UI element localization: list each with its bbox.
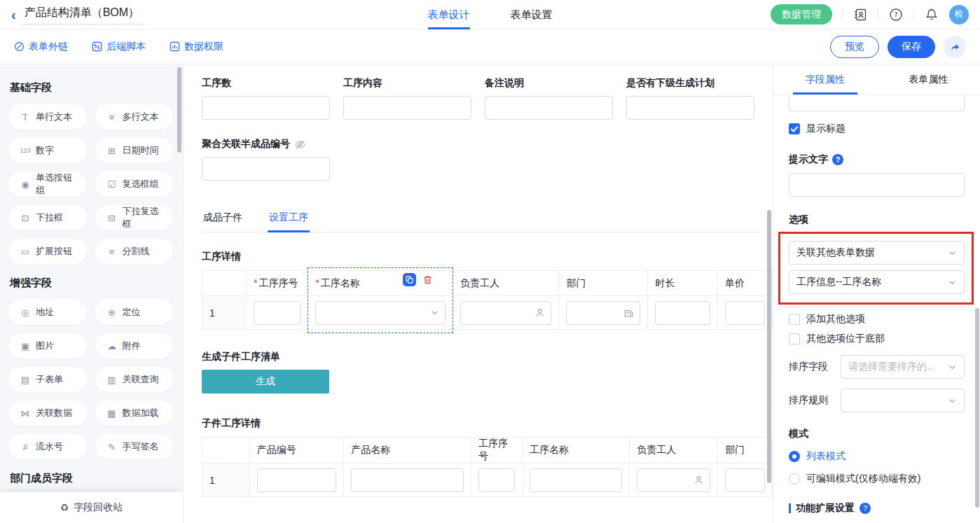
data-manage-button[interactable]: 数据管理	[771, 4, 832, 25]
field-remark[interactable]: 备注说明	[485, 77, 613, 120]
share-button[interactable]	[944, 36, 966, 58]
tab-form-properties[interactable]: 表单属性	[877, 64, 980, 95]
tab-form-settings[interactable]: 表单设置	[511, 0, 553, 29]
col-department[interactable]: 部门	[559, 271, 648, 296]
sort-rule-select[interactable]	[841, 389, 965, 412]
bell-icon[interactable]	[924, 7, 939, 22]
sort-field-select[interactable]: 请选择需要排序的...	[841, 355, 965, 379]
col-department[interactable]: 部门	[718, 438, 773, 463]
data-permission-link[interactable]: 数据权限	[170, 41, 223, 53]
tab-finished-parts[interactable]: 成品子件	[202, 209, 244, 232]
divider	[878, 9, 878, 20]
delete-field-button[interactable]	[421, 273, 434, 286]
contact-book-icon[interactable]	[853, 7, 868, 22]
mode-list-radio[interactable]: 列表模式	[789, 450, 965, 463]
calendar-icon: ⊞	[105, 146, 119, 156]
backend-script-link[interactable]: 后端脚本	[92, 41, 146, 53]
col-duration[interactable]: 时长	[648, 271, 718, 296]
column-label: 部门	[566, 277, 586, 288]
field-type-multi-line-text[interactable]: ≡多行文本	[95, 104, 174, 130]
copy-field-button[interactable]	[403, 273, 416, 286]
process-name-select[interactable]	[315, 301, 445, 325]
process-name-input[interactable]	[530, 468, 622, 492]
field-type-extend-button[interactable]: ▭扩展按钮	[8, 239, 87, 264]
col-worker[interactable]: 负责工人	[453, 271, 559, 296]
field-input[interactable]	[343, 96, 471, 120]
permission-icon	[170, 41, 180, 52]
col-worker[interactable]: 负责工人	[630, 438, 718, 463]
generate-button[interactable]: 生成	[202, 370, 329, 393]
panel-scrollbar[interactable]	[975, 308, 979, 508]
field-type-dropdown[interactable]: ⊡下拉框	[8, 205, 87, 230]
col-process-no[interactable]: 工序序号	[471, 438, 522, 463]
col-process-name[interactable]: *工序名称	[308, 271, 453, 296]
option-field-select[interactable]: 工序信息--工序名称	[789, 270, 965, 294]
worker-picker[interactable]	[637, 468, 710, 492]
canvas-scrollbar[interactable]	[767, 210, 771, 483]
product-name-input[interactable]	[351, 468, 464, 492]
field-type-checkbox-group[interactable]: ☑复选框组	[95, 172, 174, 197]
other-option-bottom-checkbox[interactable]: 其他选项位于底部	[789, 333, 965, 345]
form-title[interactable]: 产品结构清单（BOM）	[23, 4, 142, 25]
field-type-linked-query[interactable]: ▥关联查询	[95, 367, 174, 392]
tab-form-design[interactable]: 表单设计	[428, 0, 470, 29]
worker-picker[interactable]	[460, 301, 552, 325]
field-input[interactable]	[202, 157, 330, 181]
product-code-input[interactable]	[257, 468, 336, 492]
unit-price-input[interactable]	[725, 301, 765, 325]
col-process-name[interactable]: 工序名称	[522, 438, 629, 463]
col-unit-price[interactable]: 单价	[718, 271, 773, 296]
field-input[interactable]	[626, 96, 754, 120]
field-type-subform[interactable]: ▤子表单	[8, 367, 87, 392]
process-no-input[interactable]	[478, 468, 515, 492]
preview-button[interactable]: 预览	[830, 36, 879, 58]
field-type-divider[interactable]: ≡分割线	[95, 239, 174, 264]
field-type-location[interactable]: ⊕定位	[95, 300, 174, 325]
tab-field-properties[interactable]: 字段属性	[773, 64, 877, 95]
sidebar-scrollbar[interactable]	[177, 67, 181, 153]
option-source-select[interactable]: 关联其他表单数据	[789, 241, 965, 265]
field-type-radio-group[interactable]: ◉单选按钮组	[8, 172, 87, 197]
hint-text-input[interactable]	[789, 173, 965, 197]
mode-editable-radio[interactable]: 可编辑模式(仅移动端有效)	[789, 473, 965, 485]
back-icon[interactable]: ‹	[11, 8, 16, 22]
field-type-image[interactable]: ▣图片	[8, 333, 87, 358]
field-type-serial-number[interactable]: #流水号	[8, 434, 87, 459]
field-type-multi-dropdown[interactable]: ⊟下拉复选框	[95, 205, 174, 230]
save-button[interactable]: 保存	[888, 36, 935, 58]
department-picker[interactable]	[725, 468, 765, 492]
tab-set-process[interactable]: 设置工序	[268, 209, 310, 232]
col-product-code[interactable]: 产品编号	[249, 438, 343, 463]
add-other-option-checkbox[interactable]: 添加其他选项	[789, 313, 965, 326]
duration-input[interactable]	[655, 301, 710, 325]
hint-help-icon[interactable]: ?	[832, 154, 843, 165]
field-type-number[interactable]: 123数字	[8, 138, 87, 163]
label-text: 模式	[789, 428, 808, 440]
field-type-attachment[interactable]: ☁附件	[95, 333, 174, 358]
hint-text-label: 提示文字 ?	[789, 153, 965, 166]
field-input[interactable]	[485, 96, 613, 120]
field-input[interactable]	[202, 96, 330, 120]
field-type-signature[interactable]: ✎手写签名	[95, 434, 174, 459]
field-has-sub-plan[interactable]: 是否有下级生成计划	[626, 77, 754, 120]
field-process-count[interactable]: 工序数	[202, 77, 330, 120]
show-title-checkbox[interactable]: 显示标题	[789, 123, 965, 135]
field-type-data-load[interactable]: ▦数据加载	[95, 400, 174, 426]
field-recycle-bin[interactable]: ♻ 字段回收站	[0, 492, 183, 523]
field-type-address[interactable]: ◎地址	[8, 300, 87, 325]
form-external-link[interactable]: 表单外链	[14, 41, 68, 53]
department-picker[interactable]	[566, 301, 640, 325]
extension-help-icon[interactable]: ?	[860, 503, 871, 514]
radio-selected-icon	[789, 451, 800, 462]
col-process-no[interactable]: *工序序号	[247, 271, 308, 296]
field-type-single-line-text[interactable]: T单行文本	[8, 104, 87, 130]
process-no-input[interactable]	[254, 301, 301, 325]
field-aggregate-code[interactable]: 聚合关联半成品编号	[202, 138, 330, 181]
field-process-content[interactable]: 工序内容	[343, 77, 471, 120]
col-product-name[interactable]: 产品名称	[344, 438, 471, 463]
field-title-input-clipped[interactable]	[789, 95, 965, 111]
user-avatar[interactable]: 检	[949, 5, 969, 25]
field-type-linked-data[interactable]: ⋈关联数据	[8, 400, 87, 426]
field-type-datetime[interactable]: ⊞日期时间	[95, 138, 174, 163]
help-icon[interactable]: ?	[888, 7, 904, 22]
